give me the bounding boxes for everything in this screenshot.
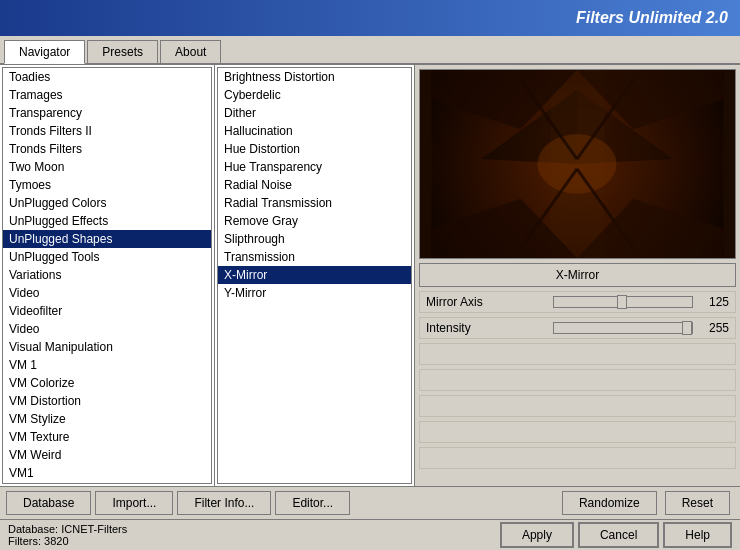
list-item[interactable]: VM Stylize: [3, 410, 211, 428]
filters-label: Filters:: [8, 535, 41, 547]
right-panel: X-Mirror Mirror Axis125Intensity255: [415, 65, 740, 486]
status-bar: Database: ICNET-Filters Filters: 3820 Ap…: [0, 519, 740, 550]
list-item[interactable]: Cyberdelic: [218, 86, 411, 104]
list-item[interactable]: VM Distortion: [3, 392, 211, 410]
list-item[interactable]: Video: [3, 284, 211, 302]
import-button[interactable]: Import...: [95, 491, 173, 515]
database-button[interactable]: Database: [6, 491, 91, 515]
list-item[interactable]: Variations: [3, 266, 211, 284]
list-item[interactable]: Video: [3, 320, 211, 338]
filters-value: 3820: [44, 535, 68, 547]
slider-label-1: Intensity: [426, 321, 547, 335]
left-panel: ToadiesTramagesTransparencyTronds Filter…: [0, 65, 215, 486]
randomize-button[interactable]: Randomize: [562, 491, 657, 515]
list-item[interactable]: Tronds Filters: [3, 140, 211, 158]
filter-name-text: X-Mirror: [556, 268, 599, 282]
list-item[interactable]: Radial Noise: [218, 176, 411, 194]
slider-value-0: 125: [699, 295, 729, 309]
filter-list[interactable]: Brightness DistortionCyberdelicDitherHal…: [217, 67, 412, 484]
list-item[interactable]: Y-Mirror: [218, 284, 411, 302]
database-label: Database:: [8, 523, 58, 535]
action-buttons: Apply Cancel Help: [500, 522, 732, 548]
list-item[interactable]: Willy: [3, 482, 211, 484]
list-item[interactable]: UnPlugged Effects: [3, 212, 211, 230]
list-item[interactable]: Tramages: [3, 86, 211, 104]
list-item[interactable]: VM1: [3, 464, 211, 482]
slider-track-0[interactable]: [553, 296, 693, 308]
list-item[interactable]: Slipthrough: [218, 230, 411, 248]
controls-area: Mirror Axis125Intensity255: [419, 291, 736, 482]
app-title: Filters Unlimited 2.0: [576, 9, 728, 27]
tab-navigator[interactable]: Navigator: [4, 40, 85, 64]
preview-container: [419, 69, 736, 259]
list-item[interactable]: VM Weird: [3, 446, 211, 464]
list-item[interactable]: Transmission: [218, 248, 411, 266]
list-item[interactable]: Remove Gray: [218, 212, 411, 230]
bottom-right-buttons: Randomize Reset: [562, 491, 734, 515]
svg-point-6: [537, 134, 616, 193]
slider-thumb-0[interactable]: [617, 295, 627, 309]
list-item[interactable]: Tymoes: [3, 176, 211, 194]
help-button[interactable]: Help: [663, 522, 732, 548]
slider-thumb-1[interactable]: [682, 321, 692, 335]
list-item[interactable]: VM 1: [3, 356, 211, 374]
list-item[interactable]: Visual Manipulation: [3, 338, 211, 356]
cancel-button[interactable]: Cancel: [578, 522, 659, 548]
status-info: Database: ICNET-Filters Filters: 3820: [8, 523, 127, 547]
list-item[interactable]: X-Mirror: [218, 266, 411, 284]
tab-bar: Navigator Presets About: [0, 36, 740, 65]
empty-slot-2: [419, 395, 736, 417]
bottom-toolbar: Database Import... Filter Info... Editor…: [0, 486, 740, 519]
tab-presets[interactable]: Presets: [87, 40, 158, 63]
list-item[interactable]: Two Moon: [3, 158, 211, 176]
middle-panel: Brightness DistortionCyberdelicDitherHal…: [215, 65, 415, 486]
empty-slot-3: [419, 421, 736, 443]
list-item[interactable]: VM Colorize: [3, 374, 211, 392]
tab-about[interactable]: About: [160, 40, 221, 63]
list-item[interactable]: Transparency: [3, 104, 211, 122]
title-bar: Filters Unlimited 2.0: [0, 0, 740, 36]
empty-slot-1: [419, 369, 736, 391]
slider-value-1: 255: [699, 321, 729, 335]
main-content: ToadiesTramagesTransparencyTronds Filter…: [0, 65, 740, 486]
slider-label-0: Mirror Axis: [426, 295, 547, 309]
list-item[interactable]: Tronds Filters II: [3, 122, 211, 140]
list-item[interactable]: Hallucination: [218, 122, 411, 140]
editor-button[interactable]: Editor...: [275, 491, 350, 515]
preview-image: [420, 70, 735, 258]
category-list[interactable]: ToadiesTramagesTransparencyTronds Filter…: [2, 67, 212, 484]
database-status: Database: ICNET-Filters: [8, 523, 127, 535]
slider-track-1[interactable]: [553, 322, 693, 334]
filter-name-display: X-Mirror: [419, 263, 736, 287]
slider-row-0: Mirror Axis125: [419, 291, 736, 313]
list-item[interactable]: UnPlugged Tools: [3, 248, 211, 266]
list-item[interactable]: UnPlugged Colors: [3, 194, 211, 212]
slider-row-1: Intensity255: [419, 317, 736, 339]
list-item[interactable]: Radial Transmission: [218, 194, 411, 212]
empty-slot-0: [419, 343, 736, 365]
list-item[interactable]: UnPlugged Shapes: [3, 230, 211, 248]
list-item[interactable]: Hue Distortion: [218, 140, 411, 158]
list-item[interactable]: Brightness Distortion: [218, 68, 411, 86]
list-item[interactable]: VM Texture: [3, 428, 211, 446]
filters-status: Filters: 3820: [8, 535, 127, 547]
empty-slot-4: [419, 447, 736, 469]
list-item[interactable]: Dither: [218, 104, 411, 122]
list-item[interactable]: Hue Transparency: [218, 158, 411, 176]
list-item[interactable]: Toadies: [3, 68, 211, 86]
filter-info-button[interactable]: Filter Info...: [177, 491, 271, 515]
database-value: ICNET-Filters: [61, 523, 127, 535]
reset-button[interactable]: Reset: [665, 491, 730, 515]
list-item[interactable]: Videofilter: [3, 302, 211, 320]
apply-button[interactable]: Apply: [500, 522, 574, 548]
